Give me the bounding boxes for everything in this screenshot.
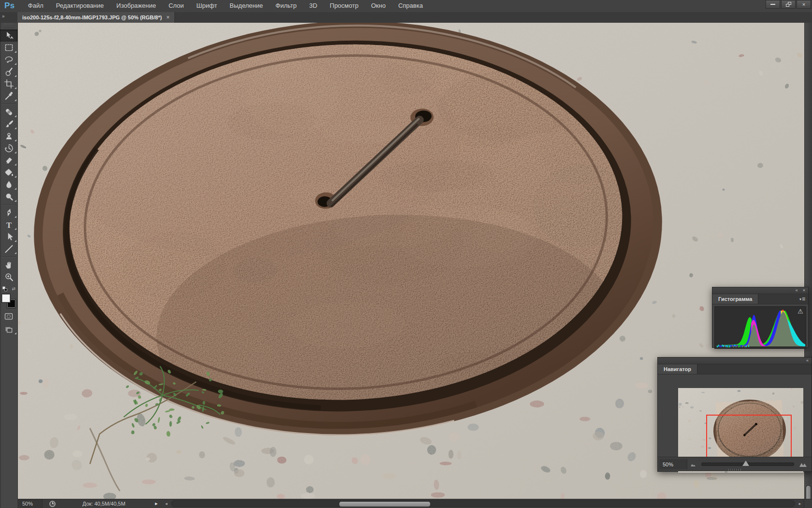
menu-item-type[interactable]: Шрифт <box>190 0 223 12</box>
spot-healing-brush-icon <box>4 107 14 117</box>
navigator-panel: « Навигатор <box>657 357 812 472</box>
menu-items: ФайлРедактированиеИзображениеСлоиШрифтВы… <box>22 0 429 12</box>
close-button[interactable]: × <box>797 0 811 9</box>
hscroll-right-arrow[interactable]: ► <box>796 502 804 506</box>
history-brush-tool[interactable] <box>0 142 17 154</box>
pen-tool[interactable] <box>0 207 17 219</box>
toolbar-separator <box>1 204 16 205</box>
rectangular-marquee-icon <box>4 43 14 53</box>
color-controls: ⇄ <box>0 284 17 335</box>
dodge-tool[interactable] <box>0 191 17 203</box>
lasso-icon <box>4 55 14 65</box>
status-bar: 50% Док: 40,5M/40,5M ► ◄ ► <box>17 499 812 508</box>
quick-selection-tool[interactable] <box>0 66 17 78</box>
foreground-color-swatch[interactable] <box>1 294 11 303</box>
photoshop-logo: Ps <box>0 1 22 12</box>
panel-collapse-icon[interactable]: « <box>796 288 798 293</box>
move-icon <box>4 30 14 41</box>
navigator-tab-row: Навигатор <box>658 364 812 374</box>
panel-resize-grip[interactable] <box>728 469 741 471</box>
histogram-warning-icon[interactable]: ⚠ <box>798 308 803 315</box>
horizontal-scrollbar[interactable] <box>171 500 795 507</box>
lasso-tool[interactable] <box>0 54 17 66</box>
histogram-panel-menu-icon[interactable]: ▾≡ <box>799 294 808 304</box>
zoom-slider-thumb[interactable] <box>742 461 749 466</box>
zoom-out-icon[interactable] <box>690 462 696 467</box>
clone-stamp-icon <box>4 131 14 141</box>
histogram-panel-topbar: « × <box>712 287 808 294</box>
minimize-button[interactable] <box>766 0 780 9</box>
navigator-zoom-slider[interactable] <box>701 463 794 466</box>
gradient-tool[interactable] <box>0 166 17 179</box>
default-colors-icon[interactable] <box>2 286 7 291</box>
menu-item-select[interactable]: Выделение <box>223 0 269 12</box>
path-selection-icon <box>4 232 14 242</box>
navigator-zoom-field[interactable]: 50% <box>659 459 687 469</box>
gradient-icon <box>4 167 14 178</box>
menu-item-window[interactable]: Окно <box>365 0 392 12</box>
panel-collapse-icon[interactable]: « <box>806 359 809 363</box>
status-popup-arrow[interactable]: ► <box>154 501 159 506</box>
hscroll-left-arrow[interactable]: ◄ <box>162 502 170 506</box>
menu-item-edit[interactable]: Редактирование <box>50 0 110 12</box>
menu-item-layers[interactable]: Слои <box>162 0 190 12</box>
spot-healing-brush-tool[interactable] <box>0 106 17 118</box>
menu-item-image[interactable]: Изображение <box>110 0 162 12</box>
swap-colors-icon[interactable]: ⇄ <box>12 287 15 291</box>
zoom-tool[interactable] <box>0 271 17 283</box>
eyedropper-icon <box>4 91 14 101</box>
quick-mask-icon <box>4 312 14 321</box>
minimize-icon <box>770 4 775 5</box>
horizontal-type-icon: T <box>4 220 14 230</box>
history-brush-icon <box>4 143 14 153</box>
document-title: iso200-125s-f2,8-40mm-IMGP1793.JPG @ 50%… <box>22 15 162 20</box>
statusbar-zoom-field[interactable]: 50% <box>17 499 43 508</box>
toolbar-grip[interactable] <box>4 24 14 28</box>
menu-item-filter[interactable]: Фильтр <box>269 0 303 12</box>
menu-bar: Ps ФайлРедактированиеИзображениеСлоиШриф… <box>0 0 812 13</box>
panel-close-icon[interactable]: × <box>803 288 805 293</box>
close-icon: × <box>802 1 805 7</box>
zoom-icon <box>4 272 14 282</box>
menu-item-view[interactable]: Просмотр <box>323 0 364 12</box>
screen-mode-button[interactable] <box>0 323 17 335</box>
restore-icon <box>786 2 791 7</box>
eraser-icon <box>4 155 14 165</box>
pen-icon <box>4 208 14 218</box>
path-selection-tool[interactable] <box>0 231 17 243</box>
menu-item-file[interactable]: Файл <box>22 0 50 12</box>
navigator-panel-topbar: « <box>658 358 812 364</box>
document-size-info: Док: 40,5M/40,5M <box>60 501 147 507</box>
clone-stamp-tool[interactable] <box>0 130 17 142</box>
window-controls: × <box>766 0 812 12</box>
tab-close-icon[interactable]: × <box>166 14 170 21</box>
status-clock-icon[interactable] <box>49 501 56 507</box>
menu-item-help[interactable]: Справка <box>392 0 429 12</box>
navigator-tab[interactable]: Навигатор <box>658 364 697 374</box>
restore-button[interactable] <box>781 0 796 9</box>
histogram-tab-row: Гистограмма ▾≡ <box>712 294 808 304</box>
toolbar-collapse-button[interactable]: » <box>0 12 17 23</box>
brush-icon <box>4 119 14 129</box>
dodge-icon <box>4 192 14 202</box>
crop-tool[interactable] <box>0 78 17 90</box>
brush-tool[interactable] <box>0 118 17 130</box>
zoom-in-icon[interactable] <box>799 461 808 467</box>
histogram-tab[interactable]: Гистограмма <box>712 294 758 304</box>
crop-icon <box>4 79 14 89</box>
horizontal-type-tool[interactable]: T <box>0 219 17 231</box>
eyedropper-tool[interactable] <box>0 90 17 102</box>
quick-mask-button[interactable] <box>0 310 17 322</box>
scrollbar-corner <box>804 499 812 508</box>
document-tab[interactable]: iso200-125s-f2,8-40mm-IMGP1793.JPG @ 50%… <box>17 12 175 23</box>
eraser-tool[interactable] <box>0 154 17 166</box>
blur-tool[interactable] <box>0 179 17 191</box>
photoshop-window: Ps ФайлРедактированиеИзображениеСлоиШриф… <box>0 0 812 508</box>
menu-item-3d[interactable]: 3D <box>303 0 324 12</box>
rectangular-marquee-tool[interactable] <box>0 42 17 54</box>
horizontal-scrollbar-thumb[interactable] <box>339 501 431 507</box>
move-tool[interactable] <box>0 30 17 42</box>
line-tool[interactable] <box>0 243 17 255</box>
hand-tool[interactable] <box>0 259 17 271</box>
tool-list: T <box>0 30 17 283</box>
